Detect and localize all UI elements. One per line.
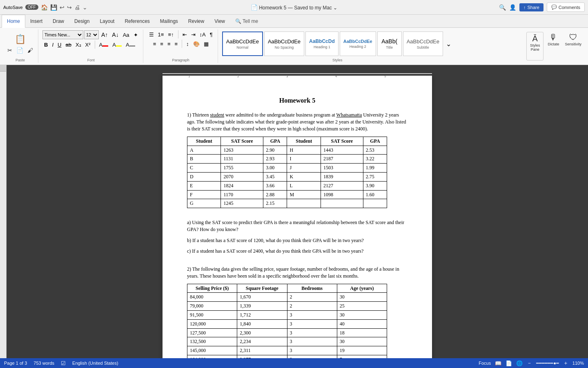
borders-button[interactable]: ▦: [202, 40, 210, 48]
zoom-slider[interactable]: ━━━━━━●━: [536, 361, 559, 366]
table-row: 91,5001,712330: [187, 310, 387, 319]
increase-indent-button[interactable]: ⇥: [189, 31, 197, 38]
tab-references[interactable]: References: [120, 15, 155, 27]
tab-tell-me[interactable]: 🔍 Tell me: [230, 15, 263, 27]
superscript-button[interactable]: X²: [84, 41, 92, 49]
style-card-normal[interactable]: AaBbCcDdEe Normal: [222, 31, 263, 56]
ribbon-content: 📋 ✂ 📄 🖌 Paste Times New...: [0, 28, 588, 65]
highlight-button[interactable]: A: [111, 41, 123, 49]
doc-check-icon[interactable]: ☑: [61, 360, 66, 366]
styles-group: AaBbCcDdEe Normal AaBbCcDdEe No Spacing …: [219, 29, 456, 63]
style-card-heading1[interactable]: AaBbCcDd Heading 1: [305, 31, 339, 56]
strikethrough-button[interactable]: ab: [64, 41, 73, 49]
share-icon: ↑: [523, 5, 526, 10]
document-page: Homework 5 1) Thirteen student were admi…: [163, 76, 432, 358]
style-normal-text: AaBbCcDdEe: [226, 38, 259, 45]
comments-button[interactable]: 💬 Comments: [547, 2, 585, 12]
zoom-out-icon[interactable]: －: [527, 359, 532, 367]
style-subtitle-text: AaBbCcDdEe: [407, 38, 439, 45]
format-painter-button[interactable]: 🖌: [26, 46, 35, 54]
status-right: Focus 📖 📄 🌐 － ━━━━━━●━ ＋ 110%: [479, 359, 584, 367]
justify-button[interactable]: ≡: [173, 40, 179, 48]
tab-draw[interactable]: Draw: [48, 15, 69, 27]
save-icon[interactable]: 💾: [50, 4, 57, 11]
document-area[interactable]: 1 2 3 4 5 Homework 5 1) Thirteen student…: [7, 65, 588, 358]
align-center-button[interactable]: ≡: [158, 40, 165, 48]
whatsamatta-underline: Whatsamatta: [336, 112, 362, 118]
style-heading2-text: AaBbCcDdEe: [343, 39, 372, 44]
style-card-no-spacing[interactable]: AaBbCcDdEe No Spacing: [264, 31, 304, 56]
align-left-button[interactable]: ≡: [151, 40, 158, 48]
tab-design[interactable]: Design: [69, 15, 95, 27]
italic-button[interactable]: I: [50, 41, 55, 49]
font-color-button[interactable]: A: [98, 41, 110, 49]
tab-mailings[interactable]: Mailings: [155, 15, 183, 27]
bold-button[interactable]: B: [42, 41, 49, 49]
autosave-toggle[interactable]: OFF: [25, 4, 38, 10]
tab-home[interactable]: Home: [2, 15, 25, 28]
print-layout-icon[interactable]: 📄: [506, 360, 512, 366]
style-card-heading2[interactable]: AaBbCcDdEe Heading 2: [340, 31, 376, 56]
word-count: 753 words: [33, 361, 54, 366]
decrease-indent-button[interactable]: ⇤: [181, 31, 189, 38]
table-row: A12632.90H14432.53: [187, 146, 387, 155]
tab-layout[interactable]: Layout: [95, 15, 120, 27]
style-card-subtitle[interactable]: AaBbCcDdEe Subtitle: [403, 31, 443, 56]
style-subtitle-label: Subtitle: [417, 45, 429, 49]
share-button[interactable]: ↑ Share: [519, 3, 543, 11]
show-marks-button[interactable]: ¶: [208, 31, 214, 38]
more-styles-button[interactable]: ⌄: [444, 39, 453, 49]
redo-icon[interactable]: ↪: [67, 4, 72, 11]
comments-icon: 💬: [551, 4, 557, 10]
styles-pane-button[interactable]: Ā StylesPane: [526, 32, 544, 61]
home-icon[interactable]: 🏠: [41, 4, 48, 11]
subscript-button[interactable]: X₂: [74, 41, 83, 49]
focus-button[interactable]: Focus: [479, 361, 491, 366]
clear-format-button[interactable]: ✦: [132, 31, 140, 39]
paste-button[interactable]: 📋: [13, 33, 27, 45]
zoom-in-icon[interactable]: ＋: [563, 359, 568, 367]
question2-table: Selling Price ($) Square Footage Bedroom…: [187, 284, 387, 358]
tab-review[interactable]: Review: [183, 15, 209, 27]
change-case-button[interactable]: Aa: [121, 31, 131, 39]
title-left: AutoSave OFF 🏠 💾 ↩ ↪ 🖨 ⌄: [3, 4, 149, 11]
style-card-title[interactable]: AaBb( Title: [377, 31, 402, 56]
sensitivity-label: Sensitivity: [565, 42, 581, 46]
shading-button[interactable]: A: [124, 41, 137, 49]
web-layout-icon[interactable]: 🌐: [516, 360, 523, 366]
user-icon[interactable]: 👤: [509, 4, 516, 11]
underline-button[interactable]: U: [56, 41, 63, 49]
doc-title: Homework 5: [187, 96, 408, 105]
dictate-icon: 🎙: [549, 33, 557, 42]
search-icon[interactable]: 🔍: [499, 4, 506, 11]
font-size-select[interactable]: 12: [84, 30, 99, 39]
sort-button[interactable]: ↕A: [198, 31, 207, 38]
read-mode-icon[interactable]: 📖: [495, 360, 501, 366]
style-no-spacing-label: No Spacing: [275, 45, 294, 49]
q1-part-c: c) If a student has a SAT score of 2400,…: [187, 248, 408, 255]
multilevel-button[interactable]: ≡↑: [166, 31, 175, 38]
bullets-button[interactable]: ☰: [147, 31, 156, 38]
table-row: E18243.66L21273.90: [187, 181, 387, 190]
font-shrink-button[interactable]: A↓: [110, 31, 120, 39]
numbering-button[interactable]: 1≡: [156, 31, 166, 38]
dictate-button[interactable]: 🎙 Dictate: [546, 32, 561, 61]
print-icon[interactable]: 🖨: [74, 4, 80, 11]
line-spacing-button[interactable]: ↕: [185, 40, 191, 48]
align-right-button[interactable]: ≡: [166, 40, 172, 48]
more-tools-icon[interactable]: ⌄: [82, 4, 87, 11]
ribbon-tabs: Home Insert Draw Design Layout Reference…: [0, 15, 588, 28]
title-dropdown-icon[interactable]: ⌄: [333, 5, 337, 11]
copy-icon: 📄: [16, 47, 23, 54]
ribbon-right-tools: Ā StylesPane 🎙 Dictate 🛡 Sensitivity: [526, 29, 586, 63]
font-grow-button[interactable]: A↑: [100, 31, 109, 39]
tab-view[interactable]: View: [209, 15, 230, 27]
font-family-select[interactable]: Times New...: [42, 30, 83, 39]
tab-insert[interactable]: Insert: [25, 15, 48, 27]
copy-button[interactable]: 📄: [15, 46, 25, 54]
shading-para-button[interactable]: 🎨: [192, 40, 201, 48]
sensitivity-button[interactable]: 🛡 Sensitivity: [563, 32, 583, 61]
format-painter-icon: 🖌: [27, 47, 33, 54]
undo-icon[interactable]: ↩: [60, 4, 65, 11]
cut-button[interactable]: ✂: [6, 46, 14, 54]
